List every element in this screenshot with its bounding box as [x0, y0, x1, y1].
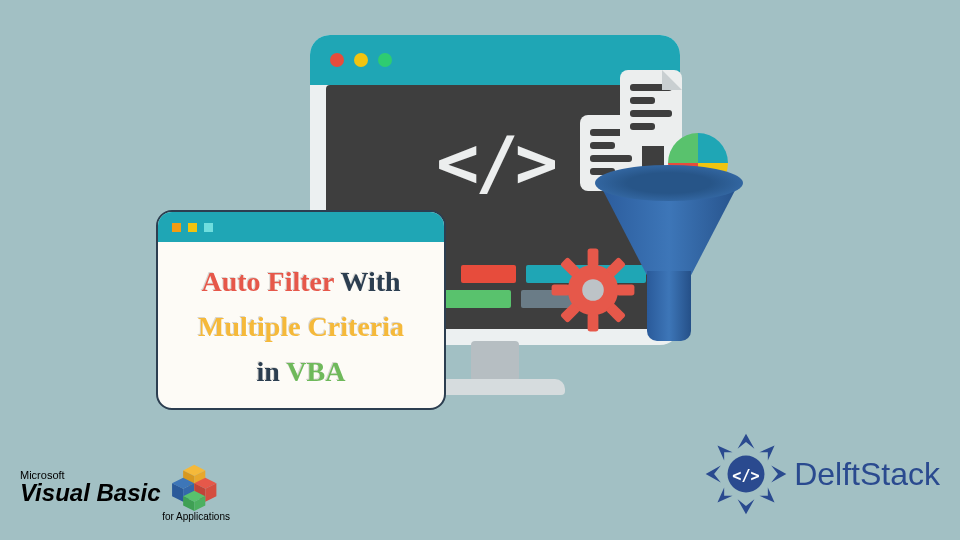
title-text: Auto Filter With Multiple Criteria in VB… [158, 242, 444, 410]
svg-point-9 [582, 279, 604, 301]
svg-rect-4 [616, 285, 634, 296]
title-word-in: in [257, 356, 280, 387]
title-card: Auto Filter With Multiple Criteria in VB… [156, 210, 446, 410]
title-word-multiple-criteria: Multiple Criteria [198, 311, 404, 342]
title-card-titlebar [158, 212, 444, 242]
title-word-with: With [340, 266, 400, 297]
traffic-light-green-icon [378, 53, 392, 67]
svg-text:</>: </> [733, 467, 760, 485]
delftstack-emblem-icon: </> [704, 432, 788, 516]
svg-marker-24 [706, 466, 721, 483]
delftstack-label: DelftStack [794, 456, 940, 493]
vb-logo-for-applications: for Applications [80, 511, 230, 522]
title-word-vba: VBA [286, 356, 345, 387]
visual-basic-logo: Microsoft Visual Basic for Applications [20, 463, 230, 522]
svg-rect-1 [588, 249, 599, 267]
svg-marker-26 [718, 445, 733, 460]
square-dot-icon [188, 223, 197, 232]
code-brackets-icon: </> [436, 120, 554, 204]
vb-cubes-icon [169, 463, 225, 511]
svg-rect-3 [552, 285, 570, 296]
svg-marker-22 [738, 434, 755, 449]
code-bar [461, 265, 516, 283]
svg-marker-25 [771, 466, 786, 483]
gear-icon [548, 245, 638, 335]
square-dot-icon [172, 223, 181, 232]
traffic-light-red-icon [330, 53, 344, 67]
monitor-base [425, 379, 565, 395]
svg-rect-2 [588, 313, 599, 331]
svg-marker-29 [760, 487, 775, 502]
traffic-light-yellow-icon [354, 53, 368, 67]
title-word-auto-filter: Auto Filter [201, 266, 333, 297]
svg-marker-27 [760, 445, 775, 460]
svg-marker-23 [738, 499, 755, 514]
delftstack-logo: </> DelftStack [704, 432, 940, 516]
monitor-stand [471, 341, 519, 381]
square-dot-icon [204, 223, 213, 232]
svg-marker-28 [718, 487, 733, 502]
vb-logo-visual-basic: Visual Basic [20, 481, 161, 505]
document-icon [620, 70, 682, 146]
